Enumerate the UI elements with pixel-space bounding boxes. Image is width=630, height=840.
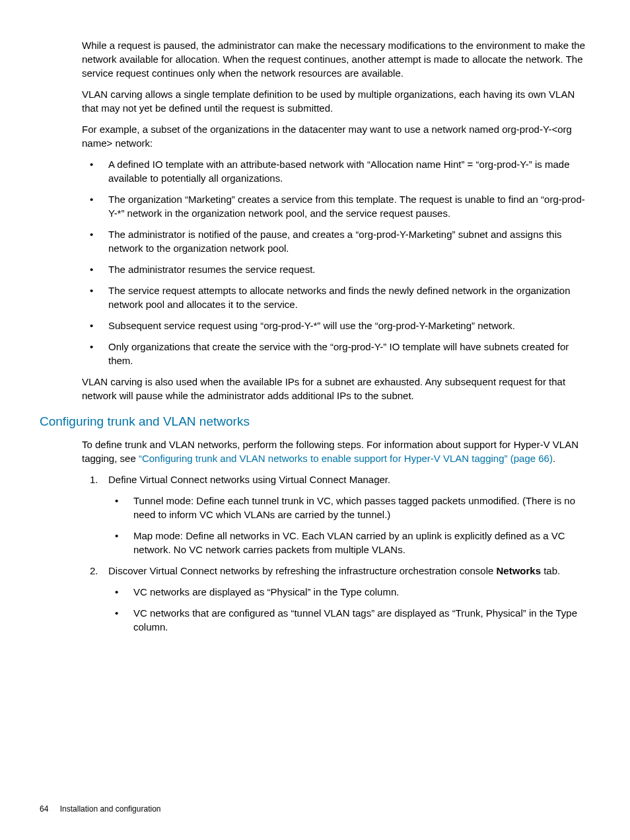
sub-bullet-list: VC networks are displayed as “Physical” …: [108, 585, 590, 634]
text-span: Discover Virtual Connect networks by ref…: [108, 565, 497, 576]
sub-bullet-list: Tunnel mode: Define each tunnel trunk in…: [108, 494, 590, 556]
page-number: 64: [40, 804, 48, 814]
body-paragraph: VLAN carving is also used when the avail…: [82, 375, 590, 402]
list-item: VC networks are displayed as “Physical” …: [133, 585, 590, 599]
body-paragraph: While a request is paused, the administr…: [82, 38, 590, 80]
cross-reference-link[interactable]: “Configuring trunk and VLAN networks to …: [139, 453, 553, 464]
body-paragraph: VLAN carving allows a single template de…: [82, 87, 590, 115]
footer-title: Installation and configuration: [60, 804, 161, 814]
section-heading: Configuring trunk and VLAN networks: [40, 413, 590, 431]
step-text: Define Virtual Connect networks using Vi…: [108, 474, 390, 485]
list-item: Only organizations that create the servi…: [108, 340, 590, 367]
list-item: The administrator is notified of the pau…: [108, 227, 590, 255]
list-item: A defined IO template with an attribute-…: [108, 157, 590, 185]
bullet-list: A defined IO template with an attribute-…: [82, 157, 590, 367]
numbered-list: 1. Define Virtual Connect networks using…: [82, 473, 590, 634]
list-item: Tunnel mode: Define each tunnel trunk in…: [133, 494, 590, 521]
step-number: 2.: [90, 564, 98, 578]
body-paragraph: To define trunk and VLAN networks, perfo…: [82, 438, 590, 465]
list-item: 2. Discover Virtual Connect networks by …: [108, 564, 590, 634]
list-item: Subsequent service request using “org-pr…: [108, 319, 590, 332]
list-item: Map mode: Define all networks in VC. Eac…: [133, 529, 590, 556]
list-item: VC networks that are configured as “tunn…: [133, 606, 590, 634]
list-item: The service request attempts to allocate…: [108, 284, 590, 311]
step-number: 1.: [90, 473, 98, 486]
list-item: 1. Define Virtual Connect networks using…: [108, 473, 590, 556]
page-footer: 64 Installation and configuration: [40, 804, 160, 815]
text-span: .: [553, 453, 555, 464]
text-span: tab.: [541, 565, 560, 576]
list-item: The organization “Marketing” creates a s…: [108, 192, 590, 220]
body-paragraph: For example, a subset of the organizatio…: [82, 122, 590, 150]
step-text: Discover Virtual Connect networks by ref…: [108, 565, 560, 576]
list-item: The administrator resumes the service re…: [108, 262, 590, 276]
bold-term: Networks: [497, 565, 542, 576]
